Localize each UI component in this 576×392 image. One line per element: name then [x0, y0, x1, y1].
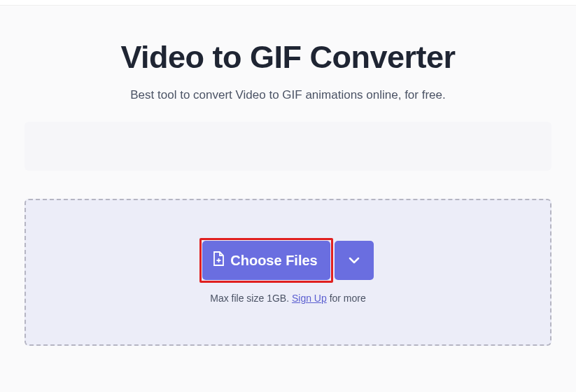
top-bar [0, 0, 576, 6]
hint-suffix: for more [327, 293, 366, 304]
signup-link[interactable]: Sign Up [292, 293, 327, 304]
button-row: Choose Files [202, 241, 373, 280]
choose-files-button[interactable]: Choose Files [202, 241, 330, 280]
page-title: Video to GIF Converter [24, 39, 552, 76]
main-container: Video to GIF Converter Best tool to conv… [0, 39, 576, 346]
page-subtitle: Best tool to convert Video to GIF animat… [24, 88, 552, 102]
file-dropzone[interactable]: Choose Files Max file size 1GB. Sign Up … [24, 199, 552, 346]
file-add-icon [212, 251, 225, 270]
hint-prefix: Max file size 1GB. [210, 293, 292, 304]
chevron-down-icon [349, 255, 360, 266]
ad-spacer-box [24, 122, 552, 171]
choose-files-dropdown-button[interactable] [335, 241, 374, 280]
file-size-hint: Max file size 1GB. Sign Up for more [210, 293, 366, 304]
choose-files-label: Choose Files [230, 253, 317, 269]
